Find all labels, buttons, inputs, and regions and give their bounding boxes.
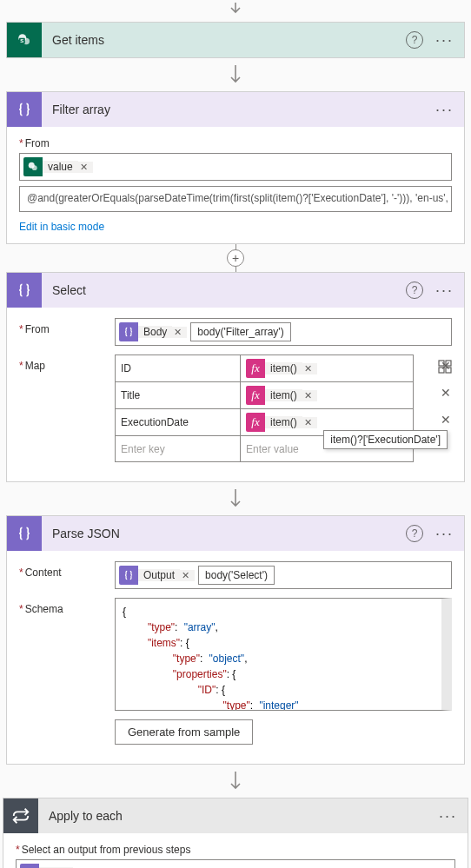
- content-label: Content: [19, 561, 115, 579]
- more-menu-icon[interactable]: ···: [435, 807, 468, 825]
- action-header[interactable]: Parse JSON ? ···: [7, 516, 464, 551]
- map-row: Title fxitem()✕ ✕: [116, 382, 414, 409]
- help-icon[interactable]: ?: [406, 31, 423, 49]
- remove-token-icon[interactable]: ✕: [302, 363, 317, 374]
- map-value-cell[interactable]: fxitem()✕ ✕: [241, 355, 414, 382]
- action-header[interactable]: Filter array ···: [7, 92, 464, 127]
- value-token[interactable]: value ✕: [23, 157, 93, 176]
- svg-point-5: [32, 165, 37, 170]
- map-key-cell[interactable]: Title: [116, 382, 241, 409]
- schema-label: Schema: [19, 598, 115, 615]
- remove-token-icon[interactable]: ✕: [172, 327, 187, 338]
- from-label: From: [19, 137, 452, 149]
- braces-icon: [7, 273, 42, 308]
- sharepoint-icon: S: [7, 23, 42, 57]
- action-title: Parse JSON: [42, 527, 406, 540]
- from-label: From: [19, 318, 115, 335]
- body-token[interactable]: Body ✕: [119, 322, 187, 341]
- delete-row-icon[interactable]: ✕: [441, 359, 451, 373]
- delete-row-icon[interactable]: ✕: [441, 386, 451, 400]
- more-menu-icon[interactable]: ···: [432, 101, 464, 119]
- braces-icon: [7, 516, 42, 551]
- remove-token-icon[interactable]: ✕: [180, 570, 195, 581]
- more-menu-icon[interactable]: ···: [432, 282, 464, 300]
- map-key-cell[interactable]: ExecutionDate: [116, 409, 241, 436]
- action-title: Filter array: [42, 103, 432, 116]
- braces-icon: [7, 92, 42, 127]
- map-row: ID fxitem()✕ ✕: [116, 355, 414, 382]
- item-token[interactable]: fxitem()✕: [246, 386, 317, 405]
- map-key-cell[interactable]: ID: [116, 355, 241, 382]
- action-select: Select ? ··· From Body ✕ body('Filter_ar…: [6, 272, 465, 482]
- token-tooltip: body('Select'): [198, 566, 275, 585]
- map-label: Map: [19, 354, 115, 372]
- expression-input[interactable]: @and(greaterOrEquals(parseDateTime(trim(…: [19, 186, 452, 212]
- delete-row-icon[interactable]: ✕: [441, 413, 451, 427]
- action-header[interactable]: Apply to each ···: [3, 798, 468, 833]
- body-token[interactable]: Body ✕: [20, 864, 88, 868]
- edit-basic-mode-link[interactable]: Edit in basic mode: [19, 221, 104, 233]
- select-output-label: Select an output from previous steps: [16, 844, 455, 856]
- token-tooltip: body('Filter_array'): [190, 322, 290, 341]
- map-key-placeholder[interactable]: Enter key: [116, 436, 241, 462]
- action-header[interactable]: Select ? ···: [7, 273, 464, 308]
- svg-text:S: S: [20, 38, 23, 43]
- add-step-button[interactable]: +: [3, 244, 468, 272]
- from-input[interactable]: Body ✕ body('Filter_array'): [115, 318, 452, 346]
- output-token[interactable]: Output ✕: [119, 566, 195, 585]
- generate-sample-button[interactable]: Generate from sample: [115, 719, 253, 745]
- item-token[interactable]: fxitem()✕: [246, 359, 317, 378]
- action-filter-array: Filter array ··· From value ✕ @and(great…: [6, 91, 465, 244]
- help-icon[interactable]: ?: [406, 282, 423, 299]
- action-get-items[interactable]: S Get items ? ···: [6, 22, 465, 58]
- action-parse-json: Parse JSON ? ··· Content Output ✕ body('…: [6, 515, 465, 765]
- remove-token-icon[interactable]: ✕: [302, 390, 317, 401]
- map-value-cell[interactable]: fxitem()✕ ✕ item()?['ExecutionDate']: [241, 409, 414, 436]
- remove-token-icon[interactable]: ✕: [78, 162, 93, 173]
- more-menu-icon[interactable]: ···: [432, 525, 464, 543]
- action-apply-to-each: Apply to each ··· Select an output from …: [3, 798, 468, 868]
- loop-icon: [3, 798, 38, 833]
- remove-token-icon[interactable]: ✕: [302, 417, 317, 428]
- token-tooltip: item()?['ExecutionDate']: [323, 430, 448, 449]
- map-table: ID fxitem()✕ ✕ Title fxitem()✕ ✕: [115, 354, 414, 462]
- action-title: Select: [42, 283, 406, 297]
- more-menu-icon[interactable]: ···: [432, 31, 464, 50]
- content-input[interactable]: Output ✕ body('Select'): [115, 561, 452, 589]
- from-input[interactable]: value ✕: [19, 153, 452, 181]
- action-title: Apply to each: [38, 809, 435, 823]
- map-value-cell[interactable]: fxitem()✕ ✕: [241, 382, 414, 409]
- help-icon[interactable]: ?: [406, 525, 423, 542]
- select-output-input[interactable]: Body ✕ body('Parse_JSON'): [16, 859, 455, 868]
- map-row: ExecutionDate fxitem()✕ ✕ item()?['Execu…: [116, 409, 414, 436]
- schema-input[interactable]: { "type": "array", "items": { "type": "o…: [115, 598, 452, 711]
- action-title: Get items: [42, 33, 406, 47]
- item-token[interactable]: fxitem()✕: [246, 413, 317, 432]
